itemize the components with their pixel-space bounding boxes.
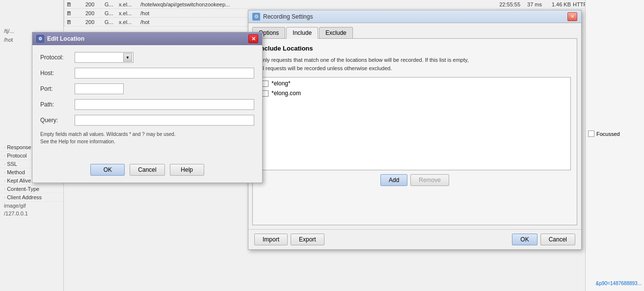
location-checkbox-1[interactable] [262, 80, 268, 87]
recording-settings-icon: ⚙ [252, 13, 260, 21]
status-code: 200 [85, 10, 103, 16]
row-icon: 🖹 [66, 19, 83, 25]
size-cell: 1.46 KB [544, 1, 571, 7]
ms-cell: 37 ms [522, 1, 542, 7]
location-checkbox-2[interactable] [262, 90, 268, 97]
list-actions: Add Remove [259, 174, 571, 186]
port-input[interactable] [75, 83, 124, 94]
path-label: Path: [40, 101, 75, 108]
host-input[interactable] [75, 68, 254, 79]
focussed-label: Focussed [596, 131, 620, 137]
row-icon: 🖹 [66, 1, 83, 7]
method-cell: G... [105, 19, 117, 25]
port-label: Port: [40, 85, 75, 92]
location-label-1: *elong* [271, 80, 291, 87]
focussed-checkbox[interactable] [588, 131, 594, 137]
time-cell: 22:55:55 [491, 1, 520, 7]
row-icon: 🖹 [66, 10, 83, 16]
protocol-label: Protocol: [40, 54, 75, 61]
edit-location-close-button[interactable]: ✕ [248, 34, 258, 43]
path-input[interactable] [75, 99, 254, 110]
edit-location-icon: ⚙ [36, 35, 44, 43]
protocol-select[interactable]: ▼ [75, 52, 134, 63]
location-label-2: *elong.com [271, 90, 301, 97]
method-cell: G... [105, 10, 117, 16]
status-code: 200 [85, 19, 103, 25]
footer-right: OK Cancel [512, 234, 575, 245]
focussed-row: Focussed [585, 129, 644, 139]
tab-include[interactable]: Include [286, 27, 318, 39]
recording-settings-close-button[interactable]: ✕ [567, 12, 577, 21]
footer-left: Import Export [254, 234, 324, 245]
import-button[interactable]: Import [254, 234, 288, 245]
query-row: Query: [40, 115, 254, 126]
edit-cancel-button[interactable]: Cancel [130, 164, 164, 176]
query-input[interactable] [75, 115, 254, 126]
location-item-1[interactable]: *elong* [260, 79, 569, 88]
sidebar-value-ip: /127.0.0.1 [0, 210, 63, 217]
include-section-title: Include Locations [259, 45, 571, 52]
right-panel: Focussed &p90=1487688893... [585, 0, 644, 291]
titlebar-left: ⚙ Recording Settings [252, 13, 313, 21]
tabs-bar: Options Include Exclude [252, 27, 577, 39]
edit-help-button[interactable]: Help [170, 164, 204, 176]
edit-location-footer: OK Cancel Help [32, 160, 262, 183]
method-cell: G... [105, 1, 117, 7]
type-cell: x.el... [119, 10, 138, 16]
tab-exclude[interactable]: Exclude [319, 27, 353, 38]
export-button[interactable]: Export [291, 234, 324, 245]
help-text: Empty fields match all values. Wildcards… [40, 131, 254, 145]
port-row: Port: [40, 83, 254, 94]
host-label: Host: [40, 70, 75, 77]
url-cell: /hotelwxqb/api/getswitchonzookeep... [140, 1, 489, 7]
type-cell: x.el... [119, 1, 138, 7]
edit-location-dialog: ⚙ Edit Location ✕ Protocol: ▼ Host: Port… [32, 32, 263, 183]
recording-ok-button[interactable]: OK [512, 234, 537, 245]
recording-settings-footer: Import Export OK Cancel [248, 229, 581, 249]
status-code: 200 [85, 1, 103, 7]
url-bottom-right: &p90=1487688893... [596, 281, 642, 286]
add-button[interactable]: Add [380, 174, 407, 186]
recording-settings-body: Options Include Exclude Include Location… [248, 23, 581, 229]
type-cell: x.el... [119, 19, 138, 25]
location-list[interactable]: *elong* *elong.com [259, 77, 571, 170]
host-row: Host: [40, 68, 254, 79]
tab-content-include: Include Locations Only requests that mat… [252, 39, 577, 225]
edit-titlebar-text: ⚙ Edit Location [36, 35, 84, 43]
edit-location-title: Edit Location [47, 35, 84, 42]
table-row[interactable]: 🖹 200 G... x.el... /hotelwxqb/api/getswi… [64, 0, 644, 9]
sidebar-item-client-address[interactable]: Client Address [0, 193, 63, 202]
edit-location-titlebar: ⚙ Edit Location ✕ [32, 32, 262, 45]
query-label: Query: [40, 117, 75, 124]
recording-settings-title: Recording Settings [263, 13, 313, 20]
include-description: Only requests that match one of the loca… [259, 56, 571, 72]
sidebar-value-image: image/gif [0, 202, 63, 210]
protocol-row: Protocol: ▼ [40, 52, 254, 63]
remove-button[interactable]: Remove [410, 174, 449, 186]
edit-location-body: Protocol: ▼ Host: Port: Path: Query: Emp… [32, 45, 262, 160]
recording-settings-dialog: ⚙ Recording Settings ✕ Options Include E… [248, 10, 582, 250]
path-row: Path: [40, 99, 254, 110]
recording-settings-titlebar: ⚙ Recording Settings ✕ [248, 10, 581, 23]
sidebar-item-content-type[interactable]: Content-Type [0, 185, 63, 193]
protocol-dropdown-arrow[interactable]: ▼ [123, 53, 132, 62]
recording-cancel-button[interactable]: Cancel [540, 234, 575, 245]
location-item-2[interactable]: *elong.com [260, 88, 569, 98]
edit-ok-button[interactable]: OK [90, 164, 125, 176]
